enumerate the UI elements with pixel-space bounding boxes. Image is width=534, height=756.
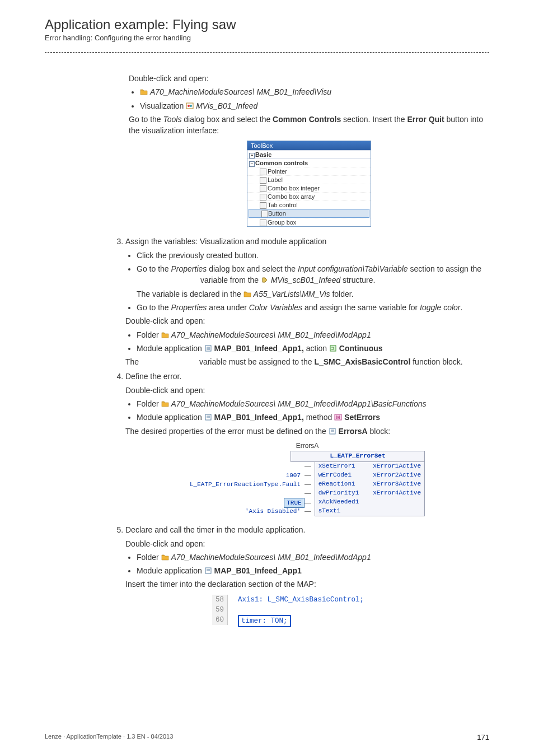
document-icon: [204, 343, 212, 350]
folder-icon: [161, 552, 169, 559]
code-ln-60: 60: [216, 615, 224, 625]
tools-paragraph: Go to the Tools dialog box and select th…: [129, 114, 489, 137]
toolbox-section-common[interactable]: Common controls: [247, 158, 371, 167]
toolbox-item-combo-array[interactable]: Combo box array: [247, 192, 371, 200]
step-5: Declare and call the timer in the module…: [125, 524, 489, 624]
folder-icon: [140, 87, 148, 94]
step5-module: Module application MAP_B01_Infeed_App1: [137, 565, 489, 576]
toolbox-item-groupbox[interactable]: Group box: [247, 218, 371, 226]
step4-props: The desired properties of the error must…: [125, 426, 489, 437]
svg-rect-7: [330, 346, 336, 351]
step4-module: Module application MAP_B01_Infeed_App1, …: [137, 412, 489, 423]
folder-icon: [161, 330, 169, 337]
step5-insert: Insert the timer into the declaration se…: [125, 578, 489, 590]
step-4: Define the error. Double-click and open:…: [125, 371, 489, 516]
code-ln-59: 59: [216, 605, 224, 615]
method-icon: M: [334, 412, 342, 419]
code-line-60: timer: TON;: [238, 615, 364, 625]
struct-icon: [261, 275, 269, 282]
code-line-59: [238, 605, 364, 615]
toolbox-section-basic[interactable]: Basic: [247, 150, 371, 158]
visualization-icon: [186, 101, 194, 108]
svg-text:M: M: [336, 414, 340, 420]
page-number: 171: [477, 733, 489, 741]
double-click-open-3: Double-click and open:: [125, 385, 489, 396]
toolbox-item-pointer[interactable]: Pointer: [247, 167, 371, 175]
separator-line: [45, 52, 489, 53]
toolbox-header: ToolBox: [247, 141, 371, 150]
double-click-open-2: Double-click and open:: [125, 315, 489, 326]
step3-bullet-3: Go to the Properties area under Color Va…: [137, 302, 489, 313]
code-ln-58: 58: [216, 595, 224, 605]
folder-icon: [161, 399, 169, 405]
double-click-open-1: Double-click and open:: [129, 73, 489, 84]
step3-assign: The variable must be assigned to the L_S…: [125, 356, 489, 367]
toolbox-panel: ToolBox Basic Common controls Pointer La…: [247, 141, 371, 227]
toolbox-item-button[interactable]: Button: [249, 209, 369, 218]
toolbox-item-tab[interactable]: Tab control: [247, 200, 371, 209]
errorsa-title: ErrorsA: [190, 441, 425, 451]
code-declaration: 58 59 60 Axis1: L_SMC_AxisBasicControl; …: [212, 595, 402, 625]
step4-folder: Folder A70_MachineModuleSources\ MM_B01_…: [137, 398, 489, 409]
step5-folder: Folder A70_MachineModuleSources\ MM_B01_…: [137, 552, 489, 563]
folder-icon: [243, 289, 251, 296]
svg-point-1: [188, 105, 190, 107]
code-line-58: Axis1: L_SMC_AxisBasicControl;: [238, 595, 364, 605]
toolbox-item-combo-int[interactable]: Combo box integer: [247, 184, 371, 192]
open-item-visualization: Visualization MVis_B01_Infeed: [140, 100, 489, 111]
errorsa-diagram: ErrorsA L_EATP_ErrorSet 1007 L_EATP_Erro…: [190, 441, 425, 516]
document-icon: [329, 426, 336, 433]
errorsa-subtitle: L_EATP_ErrorSet: [291, 451, 425, 462]
step3-bullet-2: Go to the Properties dialog box and sele…: [137, 263, 489, 300]
page-subtitle: Error handling: Configuring the error ha…: [45, 34, 489, 42]
page-title: Application example: Flying saw: [45, 17, 489, 32]
open-item-folder-visu: A70_MachineModuleSources\ MM_B01_Infeed\…: [140, 86, 489, 97]
action-icon: [329, 343, 337, 350]
toolbox-item-label[interactable]: Label: [247, 175, 371, 184]
document-icon: [204, 412, 212, 419]
step3-module: Module application MAP_B01_Infeed_App1, …: [137, 343, 489, 354]
footer-text: Lenze · ApplicationTemplate · 1.3 EN - 0…: [45, 733, 173, 741]
svg-point-2: [190, 105, 192, 107]
double-click-open-4: Double-click and open:: [125, 538, 489, 549]
document-icon: [204, 566, 212, 572]
step3-bullet-1: Click the previously created button.: [137, 250, 489, 261]
step3-folder: Folder A70_MachineModuleSources\ MM_B01_…: [137, 329, 489, 340]
step-3: Assign the variables: Visualization and …: [125, 236, 489, 367]
